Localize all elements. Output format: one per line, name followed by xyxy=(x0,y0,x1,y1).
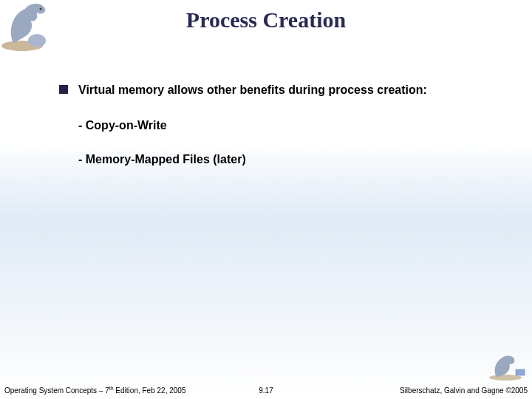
slide: Process Creation Virtual memory allows o… xyxy=(0,0,532,399)
footer-right: Silberschatz, Galvin and Gagne ©2005 xyxy=(400,386,528,395)
bullet-main-text: Virtual memory allows other benefits dur… xyxy=(78,83,427,98)
bullet-row: Virtual memory allows other benefits dur… xyxy=(59,83,488,98)
content-area: Virtual memory allows other benefits dur… xyxy=(59,83,488,187)
sub-bullet-1: - Copy-on-Write xyxy=(78,119,488,132)
svg-rect-4 xyxy=(516,369,525,375)
footer: Operating System Concepts – 7th Edition,… xyxy=(0,381,532,395)
sub-bullet-2: - Memory-Mapped Files (later) xyxy=(78,153,488,166)
square-bullet-icon xyxy=(59,85,68,94)
slide-title: Process Creation xyxy=(0,7,532,33)
dinosaur-logo-bottom-right xyxy=(488,352,528,381)
svg-point-1 xyxy=(28,34,46,47)
